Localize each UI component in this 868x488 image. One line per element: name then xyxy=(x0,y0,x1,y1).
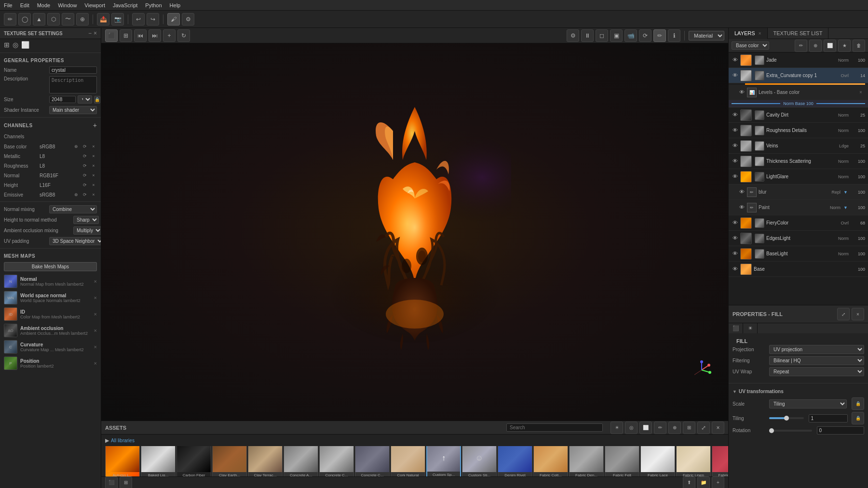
asset-item-1[interactable]: Baked Lig... xyxy=(141,446,176,476)
asset-item-4[interactable]: Clay Terrac... xyxy=(248,446,283,476)
asset-item-fabric-nylon[interactable]: Fabric Nylon xyxy=(712,446,728,476)
tool-select[interactable]: ⬡ xyxy=(47,13,60,26)
layer-fierycolor[interactable]: 👁 FieryColor Ovrl 68 xyxy=(729,215,868,231)
asset-item-7[interactable]: Concrete C... xyxy=(355,446,390,476)
asset-tool-import[interactable]: ⬆ xyxy=(683,476,695,488)
normal-mixing-select[interactable]: Combine xyxy=(49,205,97,213)
channel-roughness-close[interactable]: × xyxy=(90,162,97,169)
assets-close-btn[interactable]: × xyxy=(712,422,724,434)
viewport-canvas[interactable] xyxy=(101,43,728,421)
layer-edit-btn[interactable]: ✏ xyxy=(795,40,807,52)
layers-tab-close[interactable]: × xyxy=(759,31,761,36)
asset-tool-add[interactable]: + xyxy=(712,476,724,488)
menu-window[interactable]: Window xyxy=(58,2,77,8)
view-settings-btn[interactable]: ⚙ xyxy=(567,29,579,42)
asset-item-fabric-cott[interactable]: Fabric Cott... xyxy=(533,446,568,476)
layer-blur[interactable]: 👁 ✏ blur Repl ▼ 100 xyxy=(729,185,868,200)
tiling-lock-btn[interactable]: 🔒 xyxy=(852,412,864,424)
asset-view-btn2[interactable]: ◎ xyxy=(625,422,637,434)
tool-smudge[interactable]: 〜 xyxy=(62,13,74,26)
tool-brush[interactable]: ✏ xyxy=(4,13,16,26)
layer-edgeslight[interactable]: 👁 EdgesLight Norm 100 xyxy=(729,231,868,246)
asset-item-2[interactable]: Carbon Fiber xyxy=(176,446,211,476)
layer-edges-visibility[interactable]: 👁 xyxy=(732,235,738,242)
tool-settings[interactable]: ⚙ xyxy=(182,13,194,26)
layer-veins[interactable]: 👁 Veins Ldge 25 xyxy=(729,138,868,154)
view-solid[interactable]: ⬛ xyxy=(105,29,118,42)
scale-select[interactable]: Tiling xyxy=(769,399,847,409)
ao-mixing-select[interactable]: Multiply xyxy=(73,226,101,235)
menu-python[interactable]: Python xyxy=(145,2,162,8)
view-add[interactable]: + xyxy=(163,29,176,42)
layer-extra-visibility[interactable]: 👁 xyxy=(732,72,738,79)
tiling-slider[interactable] xyxy=(769,415,804,422)
view-wireframe[interactable]: ⊞ xyxy=(120,29,132,42)
panel-close-btn[interactable]: × xyxy=(94,30,97,37)
view-render1[interactable]: ◻ xyxy=(596,29,608,42)
view-next[interactable]: ⏭ xyxy=(149,29,161,42)
layer-mask-btn[interactable]: ⬜ xyxy=(824,40,836,52)
icon-layers[interactable]: ⊞ xyxy=(4,41,10,49)
layer-baselight[interactable]: 👁 BaseLight Norm 100 xyxy=(729,246,868,262)
channel-normal-close[interactable]: × xyxy=(90,172,97,179)
view-camera2[interactable]: 📹 xyxy=(624,29,637,42)
channel-base-extra1[interactable]: ⊕ xyxy=(73,143,80,150)
channel-height-close[interactable]: × xyxy=(90,182,97,188)
asset-tool-2[interactable]: ⊞ xyxy=(120,476,132,488)
layer-thickness-visibility[interactable]: 👁 xyxy=(732,158,738,165)
asset-item-fabric-den[interactable]: Fabric Den... xyxy=(569,446,604,476)
view-paint-mode[interactable]: ✏ xyxy=(653,29,666,42)
layer-lightglare[interactable]: 👁 LightGlare Norm 100 xyxy=(729,169,868,185)
tool-export[interactable]: 📤 xyxy=(97,13,109,26)
tiling-input[interactable] xyxy=(809,414,848,422)
layer-base-visibility[interactable]: 👁 xyxy=(732,266,738,273)
panel-minimize[interactable]: − xyxy=(88,30,92,37)
mesh-map-position-close[interactable]: × xyxy=(94,360,97,366)
material-select[interactable]: Material xyxy=(689,31,724,40)
layer-levels[interactable]: 👁 📊 Levels - Base color × xyxy=(729,85,868,100)
channel-base-extra2[interactable]: ⟳ xyxy=(81,143,88,150)
layer-baselight-visibility[interactable]: 👁 xyxy=(732,251,738,257)
view-transform[interactable]: ⟳ xyxy=(639,29,651,42)
layer-lightglare-visibility[interactable]: 👁 xyxy=(732,173,738,180)
tool-paint[interactable]: 🖌 xyxy=(167,13,180,26)
uv-wrap-select[interactable]: Repeat xyxy=(769,367,864,376)
tool-fill[interactable]: ▲ xyxy=(33,13,45,26)
menu-help[interactable]: Help xyxy=(170,2,181,8)
layer-fx-btn[interactable]: ★ xyxy=(838,40,851,52)
icon-settings[interactable]: ◎ xyxy=(13,41,18,49)
tab-texture-set-list[interactable]: TEXTURE SET LIST xyxy=(768,28,829,39)
layer-extra-curvature[interactable]: 👁 Extra_Curvature copy 1 Ovrl 14 xyxy=(729,68,868,83)
size-lock[interactable]: 🔒 xyxy=(94,96,100,104)
menu-file[interactable]: File xyxy=(4,2,13,8)
mesh-map-ao-close[interactable]: × xyxy=(94,328,97,333)
channel-emissive-extra2[interactable]: ⟳ xyxy=(81,191,88,198)
asset-item-denim[interactable]: Denim Rivet xyxy=(498,446,532,476)
filtering-select[interactable]: Bilinear | HQ xyxy=(769,356,864,365)
channel-metallic-extra[interactable]: ⟳ xyxy=(81,153,88,159)
description-input[interactable] xyxy=(49,76,97,93)
view-info[interactable]: ℹ xyxy=(668,29,680,42)
tool-eraser[interactable]: ◯ xyxy=(18,13,31,26)
layer-thickness[interactable]: 👁 Thickness Scattering Norm 100 xyxy=(729,154,868,169)
asset-item-3[interactable]: Clay Earth... xyxy=(212,446,247,476)
prop-close-btn[interactable]: × xyxy=(852,308,864,320)
channel-height-extra[interactable]: ⟳ xyxy=(81,182,88,188)
mesh-map-normal-close[interactable]: × xyxy=(94,278,97,284)
asset-view-btn3[interactable]: ⬜ xyxy=(639,422,652,434)
layer-paint[interactable]: 👁 ✏ Paint Norm ▼ 100 xyxy=(729,200,868,215)
layer-fiery-visibility[interactable]: 👁 xyxy=(732,220,738,226)
name-input[interactable] xyxy=(49,66,97,74)
layer-cavity-visibility[interactable]: 👁 xyxy=(732,112,738,119)
add-channel-btn[interactable]: + xyxy=(93,121,97,129)
view-render2[interactable]: ▣ xyxy=(610,29,623,42)
projection-select[interactable]: UV projection xyxy=(769,345,864,354)
channel-normal-extra[interactable]: ⟳ xyxy=(81,172,88,179)
scale-lock-btn[interactable]: 🔒 xyxy=(852,397,864,410)
asset-expand-btn[interactable]: ⤢ xyxy=(697,422,710,434)
menu-javascript[interactable]: JavaScript xyxy=(113,2,137,8)
asset-view-btn4[interactable]: ✏ xyxy=(654,422,666,434)
asset-item-cork-natural[interactable]: Cork Natural xyxy=(391,446,425,476)
asset-item-0[interactable]: Autumn L... xyxy=(105,446,140,476)
channel-emissive-close[interactable]: × xyxy=(90,191,97,198)
